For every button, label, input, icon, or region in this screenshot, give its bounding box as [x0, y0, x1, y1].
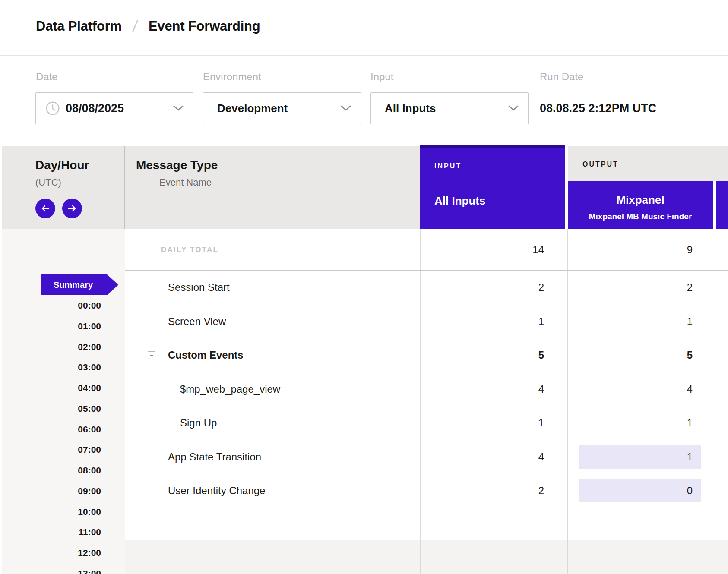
- output-section-label: OUTPUT: [582, 160, 619, 169]
- collapse-toggle-icon[interactable]: [148, 351, 155, 359]
- hour-row-label[interactable]: 02:00: [0, 341, 101, 353]
- hour-row-label[interactable]: 06:00: [0, 423, 101, 435]
- input-column-header: INPUT All Inputs: [420, 145, 565, 229]
- summary-flag[interactable]: Summary: [41, 274, 118, 295]
- event-label: $mp_web_page_view: [180, 383, 280, 395]
- output-column-header-mixpanel: Mixpanel Mixpanel MB Music Finder: [568, 181, 713, 229]
- column-divider: [124, 146, 125, 229]
- input-count: 1: [420, 315, 544, 328]
- date-nav: [35, 199, 82, 218]
- event-label: User Identity Change: [168, 485, 265, 497]
- output-count: 1: [579, 310, 701, 333]
- environment-dropdown[interactable]: Development: [203, 92, 361, 124]
- date-value: 08/08/2025: [66, 102, 124, 115]
- event-label: Screen View: [168, 315, 226, 328]
- output-column-header-partial: [716, 181, 728, 229]
- daily-total-label: DAILY TOTAL: [161, 246, 218, 254]
- event-row: Screen View11: [0, 305, 728, 339]
- input-filter-label: Input: [370, 71, 393, 83]
- chevron-down-icon: [341, 105, 351, 111]
- day-hour-subheader: (UTC): [35, 177, 61, 189]
- clock-icon: [45, 101, 60, 116]
- header-divider: [0, 55, 728, 56]
- daily-total-output-count: 9: [579, 238, 701, 262]
- breadcrumb: Data Platform / Event Forwarding: [36, 16, 260, 36]
- message-type-header: Message Type: [136, 158, 218, 173]
- output-count: 4: [579, 378, 701, 401]
- hour-row-label[interactable]: 05:00: [0, 403, 101, 415]
- hour-row-label[interactable]: 01:00: [0, 320, 101, 332]
- event-label: Custom Events: [168, 349, 244, 361]
- next-day-button[interactable]: [62, 199, 82, 218]
- hour-row-label[interactable]: 04:00: [0, 382, 101, 394]
- hour-row-label[interactable]: 07:00: [0, 444, 101, 456]
- input-count: 4: [420, 451, 544, 463]
- event-row: $mp_web_page_view44: [0, 372, 728, 407]
- hour-row-label[interactable]: 12:00: [0, 547, 101, 559]
- input-count: 2: [420, 485, 544, 497]
- hour-row-label[interactable]: 13:00: [0, 568, 101, 574]
- breadcrumb-section[interactable]: Data Platform: [36, 19, 122, 34]
- daily-total-input-count: 14: [420, 244, 544, 256]
- hour-row-label[interactable]: 11:00: [0, 526, 101, 538]
- environment-filter-label: Environment: [203, 71, 261, 83]
- input-section-label: INPUT: [434, 162, 462, 170]
- input-count: 4: [420, 383, 544, 395]
- empty-rows-area: [125, 540, 728, 574]
- input-dropdown[interactable]: All Inputs: [370, 92, 529, 124]
- output-count-highlighted: 1: [579, 445, 701, 469]
- input-count: 2: [420, 281, 544, 293]
- output-column-title: Mixpanel: [568, 192, 713, 207]
- event-label: Sign Up: [180, 417, 217, 429]
- breadcrumb-separator: /: [132, 19, 138, 34]
- event-row: App State Transition41: [0, 440, 728, 474]
- input-column-title: All Inputs: [434, 194, 485, 208]
- chevron-down-icon: [508, 105, 519, 111]
- output-column-subtitle: Mixpanel MB Music Finder: [568, 211, 713, 222]
- summary-flag-label: Summary: [54, 280, 93, 290]
- column-gap: [713, 181, 716, 229]
- output-count-highlighted: 0: [579, 479, 701, 502]
- input-value: All Inputs: [385, 102, 436, 115]
- daily-total-row: DAILY TOTAL 14 9: [0, 229, 728, 271]
- event-name-subheader: Event Name: [159, 177, 212, 189]
- page-title: Event Forwarding: [149, 19, 260, 34]
- previous-day-button[interactable]: [35, 199, 55, 218]
- run-date-value: 08.08.25 2:12PM UTC: [540, 92, 656, 124]
- input-count: 1: [420, 417, 544, 429]
- event-row: Sign Up11: [0, 406, 728, 440]
- date-dropdown[interactable]: 08/08/2025: [35, 92, 193, 124]
- event-label: Session Start: [168, 281, 230, 293]
- event-row: User Identity Change20: [0, 474, 728, 508]
- event-label: App State Transition: [168, 451, 261, 463]
- hour-row-label[interactable]: 08:00: [0, 464, 101, 476]
- event-row: Custom Events55: [0, 338, 728, 372]
- column-gap: [565, 146, 568, 229]
- date-filter-label: Date: [36, 71, 58, 83]
- input-count: 5: [420, 349, 544, 361]
- output-count: 2: [579, 276, 701, 299]
- run-date-label: Run Date: [540, 71, 583, 83]
- hour-row-label[interactable]: 00:00: [0, 300, 101, 312]
- hour-row-label[interactable]: 09:00: [0, 485, 101, 497]
- output-count: 5: [579, 344, 701, 367]
- hour-row-label[interactable]: 10:00: [0, 506, 101, 518]
- hour-row-label[interactable]: 03:00: [0, 361, 101, 373]
- chevron-down-icon: [173, 105, 184, 111]
- output-count: 1: [579, 411, 701, 435]
- day-hour-header: Day/Hour: [35, 158, 89, 173]
- environment-value: Development: [217, 102, 288, 115]
